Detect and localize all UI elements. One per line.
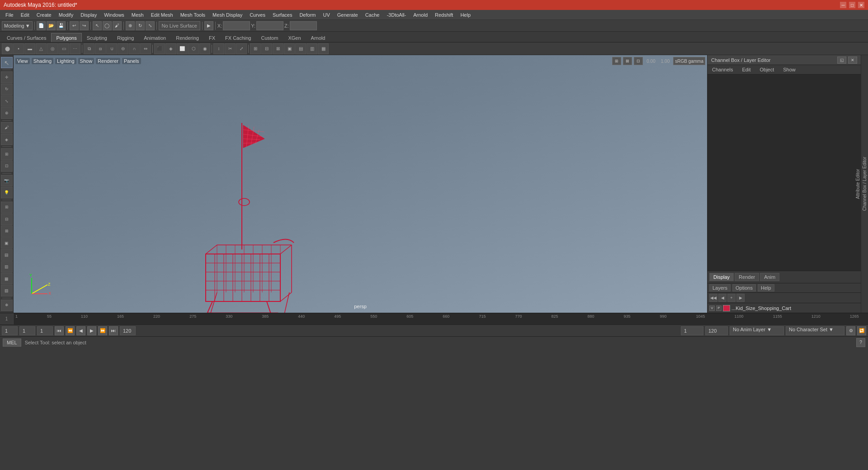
layout2-btn[interactable]: ⊟ (1, 213, 13, 225)
layer-visible-btn[interactable]: V (709, 306, 715, 311)
menu-3dtoall[interactable]: -3DtoAll- (383, 11, 410, 19)
step-back-btn[interactable]: ⏪ (66, 326, 75, 335)
bool-union-btn[interactable]: ∪ (106, 43, 117, 54)
play-back-btn[interactable]: ◀ (76, 326, 85, 335)
cylinder-icon-btn[interactable]: ▬ (24, 43, 35, 54)
plane-icon-btn[interactable]: ▭ (58, 43, 69, 54)
fill-hole-btn[interactable]: ⬡ (188, 43, 199, 54)
scale-btn[interactable]: ⤡ (146, 21, 155, 30)
tab-arnold[interactable]: Arnold (306, 33, 330, 42)
panel-close-btn[interactable]: ✕ (848, 56, 857, 64)
uv-editor-btn[interactable]: ⊞ (250, 43, 261, 54)
layout3-btn[interactable]: ⊠ (1, 226, 13, 237)
layer-prev-btn[interactable]: ◀◀ (709, 294, 717, 302)
snap2-btn[interactable]: ⊡ (1, 160, 13, 172)
layout1-btn[interactable]: ⊞ (1, 202, 13, 213)
display-tab[interactable]: Display (709, 273, 734, 281)
undo-btn[interactable]: ↩ (70, 21, 79, 30)
combine-btn[interactable]: ⧉ (84, 43, 94, 54)
mel-python-toggle[interactable]: MEL (3, 338, 21, 347)
cut-btn[interactable]: ✂ (225, 43, 236, 54)
mirror-btn[interactable]: ⇔ (140, 43, 151, 54)
layout5-btn[interactable]: ▤ (1, 249, 13, 260)
layer-next-btn[interactable]: ▶ (736, 294, 745, 302)
select-tool-btn[interactable]: ↖ (1, 57, 13, 68)
frame-current2-field[interactable]: 1 (37, 326, 53, 335)
go-start-btn[interactable]: ⏮ (55, 326, 64, 335)
menu-mesh[interactable]: Mesh (128, 11, 147, 19)
tab-rigging[interactable]: Rigging (112, 33, 139, 42)
render-btn[interactable]: ▶ (204, 21, 213, 30)
show-menu[interactable]: Show (78, 58, 94, 64)
bool-int-btn[interactable]: ∩ (129, 43, 140, 54)
playback-end-field[interactable]: 120 (705, 326, 728, 335)
menu-create[interactable]: Create (33, 11, 55, 19)
misc1-btn[interactable]: ▦ (1, 273, 13, 284)
view-menu[interactable]: View (15, 58, 30, 64)
tab-custom[interactable]: Custom (256, 33, 283, 42)
layers-subtab[interactable]: Layers (709, 284, 731, 291)
separate-btn[interactable]: ⧈ (95, 43, 106, 54)
select-btn[interactable]: ↖ (93, 21, 102, 30)
save-file-btn[interactable]: 💾 (57, 21, 66, 30)
cb-channels-tab[interactable]: Channels (709, 66, 736, 73)
cube-icon-btn[interactable]: ▪ (13, 43, 24, 54)
lighting-menu[interactable]: Lighting (55, 58, 76, 64)
smooth-btn[interactable]: ◉ (199, 43, 210, 54)
menu-help[interactable]: Help (457, 11, 474, 19)
open-file-btn[interactable]: 📂 (47, 21, 56, 30)
uv-cylindrical-btn[interactable]: ▤ (295, 43, 306, 54)
x-field[interactable] (223, 21, 250, 30)
scale-tool-btn[interactable]: ⤡ (1, 95, 13, 107)
tab-fx[interactable]: FX (204, 33, 220, 42)
render-tab[interactable]: Render (735, 273, 759, 281)
layer-add-btn[interactable]: + (727, 294, 736, 302)
cone-icon-btn[interactable]: △ (36, 43, 47, 54)
tab-xgen[interactable]: XGen (283, 33, 306, 42)
go-end-btn[interactable]: ⏭ (109, 326, 118, 335)
z-field[interactable] (290, 21, 317, 30)
anim-tab[interactable]: Anim (760, 273, 779, 281)
uv-planar-btn[interactable]: ▣ (284, 43, 295, 54)
menu-mesh-display[interactable]: Mesh Display (209, 11, 246, 19)
bridge-btn[interactable]: ⬜ (177, 43, 188, 54)
menu-edit-mesh[interactable]: Edit Mesh (147, 11, 177, 19)
sphere-icon-btn[interactable]: ⬤ (2, 43, 13, 54)
menu-generate[interactable]: Generate (334, 11, 362, 19)
menu-mesh-tools[interactable]: Mesh Tools (177, 11, 209, 19)
cb-show-tab[interactable]: Show (780, 66, 798, 73)
bool-diff-btn[interactable]: ⊖ (118, 43, 128, 54)
panel-float-btn[interactable]: ◱ (837, 56, 846, 64)
viewport[interactable]: View Shading Lighting Show Renderer Pane… (14, 55, 707, 313)
menu-display[interactable]: Display (77, 11, 100, 19)
restore-button[interactable]: □ (849, 2, 855, 8)
frame-start-field[interactable]: 1 (2, 326, 18, 335)
uv-auto-btn[interactable]: ▦ (318, 43, 329, 54)
rotate-tool-btn[interactable]: ↻ (1, 84, 13, 95)
layout6-btn[interactable]: ▥ (1, 261, 13, 273)
tab-animation[interactable]: Animation (139, 33, 171, 42)
channel-box-side-tab[interactable]: Channel Box / Layer Editor (861, 153, 868, 215)
help-subtab[interactable]: Help (758, 284, 774, 291)
freeze-btn[interactable]: ❄ (1, 300, 13, 311)
merge-btn[interactable]: ⤢ (236, 43, 247, 54)
mode-dropdown[interactable]: Modeling ▼ (2, 21, 33, 30)
anim-settings-btn[interactable]: ⚙ (846, 326, 855, 335)
menu-surfaces[interactable]: Surfaces (269, 11, 296, 19)
layer-step-back-btn[interactable]: ◀ (718, 294, 726, 302)
timeline-ruler[interactable]: 1 55 110 165 220 275 330 385 440 495 550… (14, 313, 861, 324)
menu-modify[interactable]: Modify (55, 11, 77, 19)
menu-redshift[interactable]: Redshift (431, 11, 457, 19)
renderer-menu[interactable]: Renderer (96, 58, 120, 64)
uv-unfold-btn[interactable]: ⊟ (261, 43, 272, 54)
lasso-btn[interactable]: ◯ (103, 21, 112, 30)
paint-tool-btn[interactable]: 🖌 (1, 122, 13, 133)
layer-color-swatch[interactable] (723, 305, 730, 311)
loop-btn[interactable]: ↕ (213, 43, 224, 54)
rotate-btn[interactable]: ↻ (136, 21, 145, 30)
step-fwd-btn[interactable]: ⏩ (98, 326, 107, 335)
playback-start-field[interactable]: 1 (681, 326, 703, 335)
move-btn[interactable]: ⊕ (126, 21, 135, 30)
attribute-editor-tab[interactable]: Attribute Editor (854, 165, 861, 202)
minimize-button[interactable]: ─ (840, 2, 846, 8)
